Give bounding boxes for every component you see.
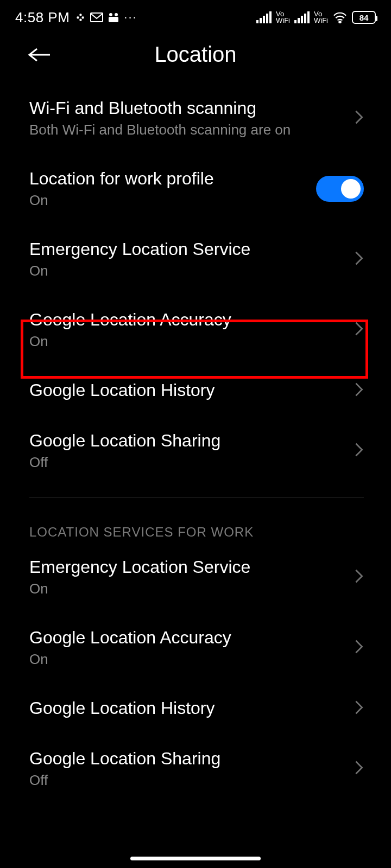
svg-rect-2: [82, 16, 84, 18]
svg-rect-3: [80, 19, 82, 21]
item-emergency-location-service[interactable]: Emergency Location Service On: [0, 224, 391, 295]
item-title: Google Location History: [29, 380, 354, 400]
chevron-right-icon: [354, 251, 364, 268]
status-right: VoWiFi VoWiFi 84: [256, 11, 376, 24]
item-title: Google Location Sharing: [29, 431, 354, 451]
item-sub: Off: [29, 772, 354, 789]
wifi-icon: [332, 11, 348, 23]
item-title: Location for work profile: [29, 169, 316, 189]
svg-rect-1: [80, 14, 82, 16]
gmail-icon: [90, 12, 103, 22]
section-header-work: LOCATION SERVICES FOR WORK: [0, 503, 391, 542]
chevron-right-icon: [354, 760, 364, 777]
item-google-location-accuracy[interactable]: Google Location Accuracy On: [0, 295, 391, 365]
svg-rect-0: [77, 16, 79, 18]
page-title: Location: [27, 42, 364, 67]
status-bar: 4:58 PM ··· VoWiFi VoWiFi 84: [0, 0, 391, 31]
battery-level: 84: [360, 13, 369, 22]
item-sub: On: [29, 580, 354, 597]
item-title: Google Location Accuracy: [29, 628, 354, 648]
battery-icon: 84: [352, 11, 376, 24]
item-work-emergency-location-service[interactable]: Emergency Location Service On: [0, 542, 391, 612]
item-sub: Off: [29, 454, 354, 471]
chevron-right-icon: [354, 639, 364, 656]
svg-rect-4: [91, 13, 103, 22]
item-google-location-history[interactable]: Google Location History: [0, 365, 391, 416]
item-title: Emergency Location Service: [29, 557, 354, 577]
chevron-right-icon: [354, 442, 364, 459]
item-sub: On: [29, 333, 354, 350]
signal-bars-1-icon: [256, 11, 272, 23]
status-time: 4:58 PM: [15, 9, 70, 26]
item-sub: On: [29, 263, 354, 279]
chevron-right-icon: [354, 700, 364, 717]
title-bar: Location: [0, 31, 391, 83]
status-notification-icons: ···: [75, 11, 137, 23]
chevron-right-icon: [354, 382, 364, 399]
settings-list: Wi-Fi and Bluetooth scanning Both Wi-Fi …: [0, 83, 391, 804]
item-title: Google Location Accuracy: [29, 310, 354, 330]
svg-point-5: [109, 13, 112, 16]
slack-icon: [75, 12, 86, 23]
svg-point-6: [115, 13, 118, 16]
item-title: Google Location Sharing: [29, 749, 354, 769]
item-location-work-profile[interactable]: Location for work profile On: [0, 154, 391, 224]
signal-bars-2-icon: [294, 11, 310, 23]
chevron-right-icon: [354, 321, 364, 339]
svg-rect-7: [109, 17, 118, 22]
item-title: Wi-Fi and Bluetooth scanning: [29, 98, 354, 118]
chevron-right-icon: [354, 569, 364, 586]
home-indicator[interactable]: [130, 857, 261, 860]
item-title: Google Location History: [29, 698, 354, 718]
more-notifications-icon: ···: [124, 11, 137, 23]
vowifi-1-icon: VoWiFi: [276, 11, 290, 23]
item-sub: On: [29, 192, 316, 209]
item-google-location-sharing[interactable]: Google Location Sharing Off: [0, 416, 391, 486]
toggle-location-work-profile[interactable]: [316, 176, 364, 202]
chevron-right-icon: [354, 110, 364, 127]
teams-icon: [108, 12, 119, 23]
svg-point-8: [339, 21, 340, 23]
item-work-google-location-sharing[interactable]: Google Location Sharing Off: [0, 733, 391, 804]
item-work-google-location-history[interactable]: Google Location History: [0, 683, 391, 733]
item-work-google-location-accuracy[interactable]: Google Location Accuracy On: [0, 612, 391, 683]
item-wifi-bt-scanning[interactable]: Wi-Fi and Bluetooth scanning Both Wi-Fi …: [0, 83, 391, 154]
divider: [29, 497, 364, 497]
item-title: Emergency Location Service: [29, 239, 354, 259]
item-sub: On: [29, 651, 354, 668]
item-sub: Both Wi-Fi and Bluetooth scanning are on: [29, 122, 354, 138]
vowifi-2-icon: VoWiFi: [314, 11, 328, 23]
status-left: 4:58 PM ···: [15, 9, 137, 26]
